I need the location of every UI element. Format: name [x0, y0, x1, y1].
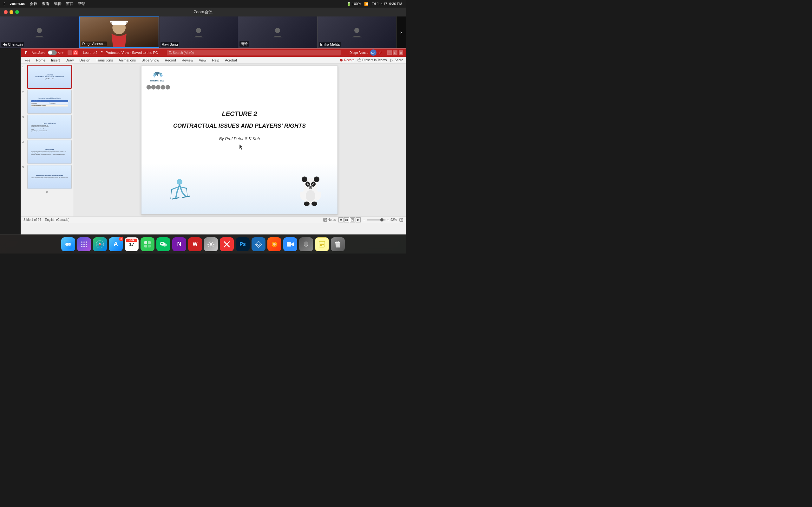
participant-ishika-mehta[interactable]: Ishika Mehta — [317, 16, 397, 48]
zoom-slider[interactable] — [367, 219, 386, 221]
view-normal-button[interactable] — [339, 217, 344, 222]
ppt-ribbon-share[interactable]: Share — [389, 58, 404, 63]
dock-masterpdf[interactable]: PDF — [252, 237, 265, 251]
dock-wps[interactable]: W — [188, 237, 202, 251]
svg-rect-66 — [144, 245, 147, 247]
close-button[interactable] — [4, 10, 8, 14]
zoom-dock-icon — [286, 240, 294, 248]
zoom-plus[interactable]: + — [387, 218, 389, 222]
menu-edit[interactable]: 编辑 — [54, 1, 61, 7]
dock-safari[interactable] — [93, 237, 107, 251]
record-circle-icon — [339, 58, 343, 62]
autosave-toggle[interactable]: OFF — [48, 50, 64, 55]
menu-view[interactable]: 查看 — [42, 1, 49, 7]
maximize-button[interactable] — [15, 10, 19, 14]
ppt-menu-design[interactable]: Design — [77, 58, 93, 63]
ppt-menu-review[interactable]: Review — [179, 58, 196, 63]
ppt-menu-help[interactable]: Help — [210, 58, 222, 63]
zoom-window-title: Zoom会议 — [194, 9, 212, 15]
ppt-menu-file[interactable]: File — [22, 58, 33, 63]
dock-firefox[interactable] — [267, 237, 281, 251]
zoom-minus[interactable]: − — [363, 218, 365, 222]
dock-onenote[interactable]: N — [172, 237, 186, 251]
ppt-menu-draw[interactable]: Draw — [63, 58, 77, 63]
slide-image-1: LECTURE 2CONTRACTUAL ISSUES AND PLAYERS'… — [27, 65, 72, 89]
slide-thumb-2[interactable]: 2 Contractual Issues & Players' Rights F… — [22, 90, 72, 114]
notes-button[interactable]: Notes — [323, 218, 336, 222]
svg-point-5 — [275, 28, 280, 33]
slide-lecture-title-text: CONTRACTUAL ISSUES AND PLAYERS' RIGHTS — [148, 122, 331, 130]
menu-meeting[interactable]: 会议 — [30, 1, 38, 7]
ppt-ribbon-present-teams[interactable]: Present in Teams — [356, 58, 388, 63]
menu-window[interactable]: 窗口 — [66, 1, 73, 7]
svg-point-52 — [86, 241, 87, 243]
save-icon[interactable] — [67, 50, 72, 55]
slide-thumb-4[interactable]: 4 Players' rights • Formation of a relat… — [22, 140, 72, 164]
participants-next-arrow[interactable]: › — [397, 16, 406, 48]
stickies-icon — [318, 241, 325, 248]
ppt-ribbon-record[interactable]: Record — [338, 58, 356, 63]
slide-panel-scroll-down[interactable]: ▼ — [22, 190, 72, 194]
beijing-emblem-svg: BEIJING 2022 — [149, 71, 166, 83]
masterpdf-icon: PDF — [255, 240, 262, 248]
dock-numbers[interactable] — [141, 237, 154, 251]
dock-wechat[interactable] — [156, 237, 170, 251]
dock-appstore[interactable]: A 2 — [109, 237, 123, 251]
ppt-menu-slideshow[interactable]: Slide Show — [139, 58, 161, 63]
participant-he-chengxin[interactable]: He Chengxin — [0, 16, 79, 48]
ppt-menu-bar: File Home Insert Draw Design Transitions… — [21, 57, 406, 64]
view-reading-button[interactable] — [350, 217, 355, 222]
svg-point-30 — [306, 190, 315, 202]
slide-image-5: Employment Contracts of Sports individua… — [27, 165, 72, 189]
menu-help[interactable]: 帮助 — [78, 1, 86, 7]
view-slideshow-button[interactable] — [356, 217, 361, 222]
slide-thumb-3[interactable]: 3 Players and Employer • Players are usu… — [22, 115, 72, 139]
active-app[interactable]: zoom.us — [10, 2, 26, 6]
ppt-autosave-bar: P AutoSave OFF Lecture 2 - F · Protected… — [21, 49, 406, 57]
ppt-maximize[interactable]: □ — [393, 50, 397, 55]
svg-point-53 — [81, 244, 83, 245]
panda-svg — [296, 173, 325, 208]
slide-vertical-scrollbar[interactable]: ▲ ▼ — [338, 66, 338, 214]
main-slide-area: BEIJING 2022 ⬤⬤⬤⬤⬤ LECTURE 2 CONTRACTUAL… — [73, 64, 406, 216]
ppt-user-avatar: DA — [370, 49, 376, 56]
dock-stickies[interactable] — [315, 237, 329, 251]
ppt-menu-home[interactable]: Home — [34, 58, 48, 63]
fit-window-button[interactable] — [399, 218, 403, 222]
svg-rect-3 — [110, 20, 128, 22]
ppt-menu-animations[interactable]: Animations — [116, 58, 138, 63]
ppt-minimize[interactable]: — — [387, 50, 392, 55]
dock-finder[interactable] — [61, 237, 75, 251]
dock-alfred[interactable] — [299, 237, 313, 251]
dock-crossover[interactable] — [220, 237, 234, 251]
ppt-menu-record[interactable]: Record — [162, 58, 178, 63]
participant-diego-alonso[interactable]: Diego Alonso... — [79, 16, 159, 48]
ppt-menu-insert[interactable]: Insert — [49, 58, 62, 63]
search-placeholder-text: Search (Alt+Q) — [173, 51, 194, 55]
ppt-menu-view[interactable]: View — [196, 58, 209, 63]
ppt-search-bar[interactable]: Search (Alt+Q) — [167, 50, 341, 55]
slide-thumb-1[interactable]: 1 LECTURE 2CONTRACTUAL ISSUES AND PLAYER… — [22, 65, 72, 89]
dock-syspref[interactable] — [204, 237, 218, 251]
slide-canvas[interactable]: BEIJING 2022 ⬤⬤⬤⬤⬤ LECTURE 2 CONTRACTUAL… — [141, 66, 338, 215]
ppt-close[interactable]: ✕ — [399, 50, 403, 55]
protected-view-icon — [73, 50, 78, 55]
participant-feng-ling[interactable]: 冯玲 — [238, 16, 317, 48]
dock-trash[interactable] — [331, 237, 345, 251]
ppt-menu-acrobat[interactable]: Acrobat — [222, 58, 240, 63]
dock-zoom-app[interactable] — [283, 237, 297, 251]
ppt-menu-transitions[interactable]: Transitions — [94, 58, 115, 63]
minimize-button[interactable] — [9, 10, 13, 14]
apple-menu[interactable]:  — [4, 1, 5, 6]
dock-calendar[interactable]: JUN 17 — [125, 237, 139, 251]
beijing-2022-logo: BEIJING 2022 ⬤⬤⬤⬤⬤ — [146, 71, 168, 88]
view-grid-button[interactable] — [344, 217, 349, 222]
participant-ravi-bang[interactable]: Ravi Bang — [159, 16, 238, 48]
slide-lecture-number: LECTURE 2 — [148, 109, 331, 118]
date-time: Fri Jun 17 9:36 PM — [372, 2, 402, 6]
dock-photoshop[interactable]: Ps — [236, 237, 250, 251]
slide-thumb-5[interactable]: 5 Employment Contracts of Sports individ… — [22, 165, 72, 189]
slide-panel[interactable]: 1 LECTURE 2CONTRACTUAL ISSUES AND PLAYER… — [21, 64, 73, 216]
menubar-left:  zoom.us 会议 查看 编辑 窗口 帮助 — [4, 1, 86, 7]
dock-launchpad[interactable] — [77, 237, 91, 251]
